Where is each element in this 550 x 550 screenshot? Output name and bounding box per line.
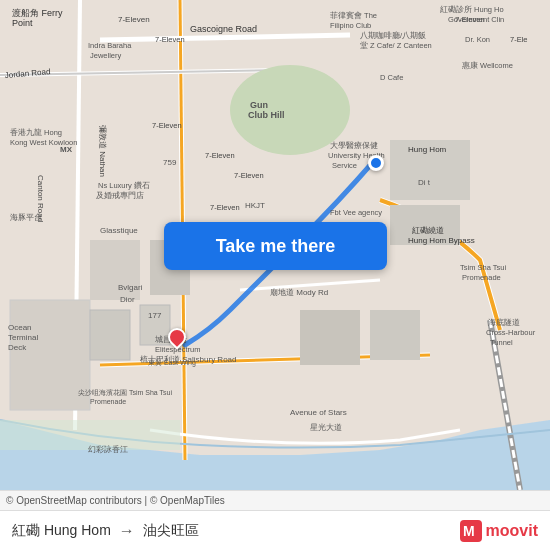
svg-text:759: 759 (163, 158, 177, 167)
route-arrow: → (119, 522, 135, 540)
svg-text:7-Eleven: 7-Eleven (152, 121, 182, 130)
svg-text:7-Eleven: 7-Eleven (118, 15, 150, 24)
svg-text:HKJT: HKJT (245, 201, 265, 210)
svg-text:廟地道 Mody Rd: 廟地道 Mody Rd (270, 288, 328, 297)
svg-text:堂 Z Cafe/ Z Canteen: 堂 Z Cafe/ Z Canteen (360, 41, 432, 50)
svg-text:八期咖啡廳/八期飯: 八期咖啡廳/八期飯 (360, 31, 426, 40)
svg-text:Cross-Harbour: Cross-Harbour (486, 328, 536, 337)
svg-text:Gun: Gun (250, 100, 268, 110)
svg-text:Dr. Kon: Dr. Kon (465, 35, 490, 44)
svg-rect-14 (90, 310, 130, 360)
svg-text:Glasstique: Glasstique (100, 226, 138, 235)
moovit-logo: M moovit (460, 520, 538, 542)
svg-text:7-Eleven: 7-Eleven (155, 35, 185, 44)
origin-marker (168, 328, 188, 354)
svg-text:及婚戒專門店: 及婚戒專門店 (96, 191, 144, 200)
svg-text:Di t: Di t (418, 178, 431, 187)
svg-text:幻彩詠香江: 幻彩詠香江 (88, 445, 128, 454)
svg-text:紅磡繞道: 紅磡繞道 (412, 226, 444, 235)
moovit-text: moovit (486, 522, 538, 540)
bottom-bar: 紅磡 Hung Hom → 油尖旺區 M moovit (0, 510, 550, 550)
attribution-text: © OpenStreetMap contributors | © OpenMap… (6, 495, 225, 506)
svg-text:Terminal: Terminal (8, 333, 38, 342)
svg-text:Bvlgari: Bvlgari (118, 283, 143, 292)
svg-text:Fbt Vee agency: Fbt Vee agency (330, 208, 382, 217)
svg-text:香港九龍 Hong: 香港九龍 Hong (10, 128, 62, 137)
svg-text:海豚平台: 海豚平台 (10, 213, 42, 222)
svg-text:Kong West Kowloon: Kong West Kowloon (10, 138, 77, 147)
svg-text:梳士巴利道 Salisbury Road: 梳士巴利道 Salisbury Road (140, 355, 236, 364)
destination-label: 油尖旺區 (143, 522, 199, 540)
svg-text:Hung Hom Bypass: Hung Hom Bypass (408, 236, 475, 245)
svg-text:Club Hill: Club Hill (248, 110, 285, 120)
svg-text:海底隧道: 海底隧道 (488, 318, 520, 327)
svg-text:7-Eleven: 7-Eleven (234, 171, 264, 180)
svg-text:大學醫療保健: 大學醫療保健 (330, 141, 378, 150)
svg-text:渡船角 Ferry: 渡船角 Ferry (12, 8, 63, 18)
svg-text:Tsim Sha Tsui: Tsim Sha Tsui (460, 263, 506, 272)
svg-text:Government Clin: Government Clin (448, 15, 504, 24)
route-info: 紅磡 Hung Hom → 油尖旺區 (12, 522, 199, 540)
svg-text:彌敦道 Nathan: 彌敦道 Nathan (98, 125, 107, 177)
svg-text:Dior: Dior (120, 295, 135, 304)
destination-marker (368, 155, 384, 171)
svg-text:Ns Luxury 鑽石: Ns Luxury 鑽石 (98, 181, 150, 190)
svg-text:紅磡診所 Hung Ho: 紅磡診所 Hung Ho (440, 5, 504, 14)
svg-text:M: M (463, 523, 475, 539)
svg-text:Filipino Club: Filipino Club (330, 21, 371, 30)
moovit-icon: M (460, 520, 482, 542)
svg-text:Promenade: Promenade (90, 398, 126, 405)
svg-text:7-Ele: 7-Ele (510, 35, 528, 44)
svg-text:惠康 Wellcome: 惠康 Wellcome (461, 61, 513, 70)
svg-text:7-Eleven: 7-Eleven (210, 203, 240, 212)
map-container: 渡船角 Ferry Point Jordan Road Canton Road … (0, 0, 550, 490)
svg-text:Gascoigne Road: Gascoigne Road (190, 24, 257, 34)
svg-text:尖沙咀海濱花園 Tsim Sha Tsui: 尖沙咀海濱花園 Tsim Sha Tsui (78, 389, 172, 397)
origin-label: 紅磡 Hung Hom (12, 522, 111, 540)
svg-text:Tunnel: Tunnel (490, 338, 513, 347)
svg-text:7-Eleven: 7-Eleven (205, 151, 235, 160)
svg-text:Deck: Deck (8, 343, 27, 352)
svg-text:Hung Hom: Hung Hom (408, 145, 447, 154)
svg-text:星光大道: 星光大道 (310, 423, 342, 432)
svg-text:Point: Point (12, 18, 33, 28)
svg-text:D Cafe: D Cafe (380, 73, 403, 82)
svg-text:Promenade: Promenade (462, 273, 501, 282)
svg-text:菲律賓會 The: 菲律賓會 The (330, 11, 377, 20)
map-attribution: © OpenStreetMap contributors | © OpenMap… (0, 490, 550, 510)
svg-rect-18 (300, 310, 360, 365)
take-me-there-button[interactable]: Take me there (164, 222, 387, 270)
svg-text:Jewellery: Jewellery (90, 51, 122, 60)
svg-text:Avenue of Stars: Avenue of Stars (290, 408, 347, 417)
svg-text:Indra Baraha: Indra Baraha (88, 41, 132, 50)
svg-text:Ocean: Ocean (8, 323, 32, 332)
svg-text:Service: Service (332, 161, 357, 170)
svg-rect-19 (370, 310, 420, 360)
svg-text:177: 177 (148, 311, 162, 320)
